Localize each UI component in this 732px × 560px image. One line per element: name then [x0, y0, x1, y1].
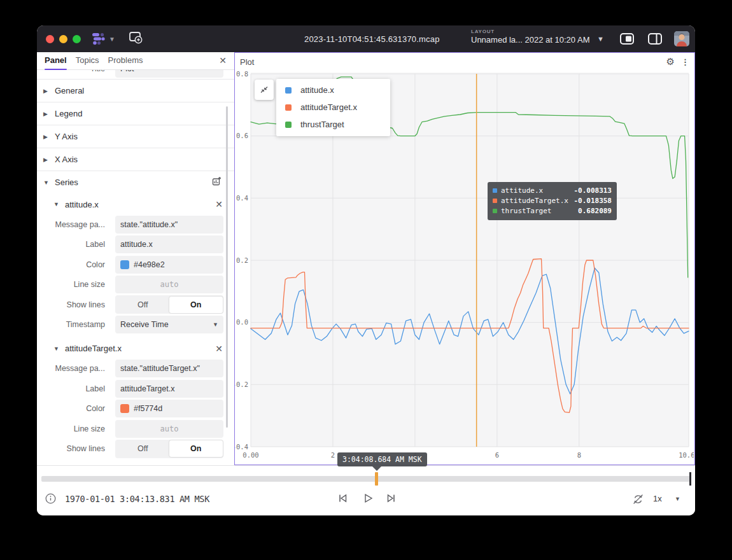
message-path-input[interactable]: state."attitudeTarget.x" [115, 360, 223, 377]
legend-item-attitude-x[interactable]: attitude.x [276, 81, 390, 99]
field-label: Color [37, 260, 111, 269]
legend-label: attitude.x [300, 85, 334, 95]
label-input[interactable]: attitudeTarget.x [115, 380, 223, 398]
user-avatar[interactable] [674, 31, 689, 46]
add-panel-button[interactable] [128, 31, 143, 47]
data-source-title[interactable]: 2023-11-10T04:51:45.631370.mcap [304, 25, 440, 52]
legend-item-thrust-target[interactable]: thrustTarget [276, 116, 390, 133]
legend-item-attitude-target-x[interactable]: attitudeTarget.x [276, 99, 390, 116]
play-button[interactable] [362, 492, 374, 507]
loop-playback-button[interactable] [631, 493, 645, 508]
sidebar-scrollbar[interactable] [226, 106, 228, 428]
layout-chevron-down-icon[interactable]: ▼ [597, 35, 604, 43]
playback-position-marker[interactable] [375, 472, 378, 486]
tooltip-row: attitude.x -0.008313 [493, 185, 612, 195]
playback-bar: 1970-01-01 3:04:13.831 AM MSK [37, 465, 695, 515]
playback-speed-value[interactable]: 1x [653, 494, 662, 503]
collapse-arrows-icon [259, 85, 269, 95]
close-window-button[interactable] [46, 35, 54, 43]
color-swatch[interactable] [120, 260, 129, 269]
line-size-input[interactable]: auto [115, 276, 223, 293]
plot-hover-tooltip: attitude.x -0.008313 attitudeTarget.x -0… [488, 182, 617, 220]
svg-text:-0.2: -0.2 [235, 381, 248, 388]
section-legend[interactable]: ▶ Legend [37, 102, 234, 125]
line-size-input[interactable]: auto [115, 420, 223, 438]
traffic-lights [46, 35, 81, 43]
minimize-window-button[interactable] [59, 35, 67, 43]
caret-right-icon: ▶ [43, 157, 52, 163]
tab-topics[interactable]: Topics [76, 55, 99, 66]
svg-text:0.2: 0.2 [236, 256, 248, 264]
series-attitude-target-x-header[interactable]: ▼ attitudeTarget.x ✕ [37, 338, 234, 360]
sidebar-tabbar: Panel Topics Problems ✕ [37, 52, 234, 70]
label-input[interactable]: attitude.x [115, 235, 223, 253]
toggle-left-sidebar-button[interactable] [619, 31, 635, 49]
section-legend-label: Legend [55, 109, 82, 118]
remove-series-icon[interactable]: ✕ [215, 199, 223, 209]
collapse-legend-button[interactable] [255, 80, 274, 100]
current-timestamp[interactable]: 1970-01-01 3:04:13.831 AM MSK [65, 494, 209, 504]
panel-settings-gear-icon[interactable]: ⚙ [666, 56, 675, 67]
caret-down-icon: ▼ [43, 179, 52, 186]
series-attitude-x-header[interactable]: ▼ attitude.x ✕ [37, 193, 234, 215]
seek-backward-button[interactable] [336, 492, 349, 507]
show-lines-on-button[interactable]: On [169, 440, 223, 457]
tooltip-row: attitudeTarget.x -0.018358 [493, 195, 612, 206]
title-field-input[interactable]: Plot [115, 70, 223, 78]
seek-forward-button[interactable] [385, 492, 398, 507]
section-series[interactable]: ▼ Series [37, 171, 234, 193]
field-label: Label [37, 384, 111, 393]
section-y-axis[interactable]: ▶ Y Axis [37, 125, 234, 148]
show-lines-toggle: Off On [115, 440, 223, 458]
add-series-button[interactable] [212, 176, 222, 188]
tooltip-swatch [493, 188, 497, 193]
speed-chevron-down-icon[interactable]: ▼ [675, 496, 680, 502]
show-lines-off-button[interactable]: Off [116, 297, 170, 313]
tooltip-arrow [372, 466, 381, 471]
field-label: Message pa... [37, 364, 111, 373]
playback-info-button[interactable] [45, 493, 56, 507]
toggle-right-sidebar-button[interactable] [647, 31, 663, 49]
field-timestamp: Timestamp Receive Time ▼ [37, 316, 234, 334]
info-icon [45, 493, 56, 504]
field-label: Line size [37, 424, 111, 433]
color-input[interactable]: #4e98e2 [115, 256, 223, 274]
series-name: attitudeTarget.x [65, 344, 122, 353]
field-label: Color [37, 404, 111, 413]
playback-scrubber[interactable] [41, 476, 691, 482]
zoom-window-button[interactable] [73, 35, 81, 43]
sidebar-close-icon[interactable]: ✕ [219, 55, 227, 66]
show-lines-on-button[interactable]: On [169, 297, 223, 313]
legend-swatch[interactable] [285, 87, 292, 94]
show-lines-off-button[interactable]: Off [116, 440, 170, 457]
svg-text:0.8: 0.8 [236, 70, 248, 78]
panel-menu-kebab-icon[interactable]: ⋮ [681, 57, 689, 67]
timestamp-select[interactable]: Receive Time ▼ [115, 316, 223, 333]
section-x-axis[interactable]: ▶ X Axis [37, 148, 234, 171]
remove-series-icon[interactable]: ✕ [215, 344, 223, 354]
legend-swatch[interactable] [285, 104, 292, 111]
svg-text:0.0: 0.0 [236, 318, 248, 326]
main-area: Panel Topics Problems ✕ Title Plot ▶ Gen… [37, 52, 695, 465]
foxglove-logo-icon [90, 31, 106, 47]
layout-menu-button[interactable]: LAYOUT Unnamed la... 2022 at 10:20 AM [471, 29, 598, 45]
avatar-image [674, 31, 689, 46]
tooltip-label: attitude.x [501, 186, 543, 195]
section-general[interactable]: ▶ General [37, 79, 234, 102]
line-size-value: auto [120, 424, 218, 433]
right-sidebar-icon [647, 31, 663, 46]
color-swatch[interactable] [120, 404, 129, 413]
app-menu-button[interactable]: ▼ [90, 31, 115, 47]
caret-down-icon: ▼ [53, 201, 62, 207]
scrubber-time-tooltip: 3:04:08.684 AM MSK [337, 452, 427, 466]
plot-panel-header[interactable]: Plot ⚙ ⋮ [235, 53, 694, 71]
caret-right-icon: ▶ [43, 88, 52, 94]
chevron-down-icon: ▼ [213, 321, 218, 328]
title-field-row: Title Plot [37, 70, 234, 79]
legend-swatch[interactable] [285, 122, 292, 128]
plot-panel[interactable]: Plot ⚙ ⋮ 0.80.60.40.20.0-0.2-0.40.002468… [234, 52, 695, 465]
tab-problems[interactable]: Problems [108, 55, 143, 66]
message-path-input[interactable]: state."attitude.x" [115, 216, 223, 234]
tab-panel[interactable]: Panel [45, 55, 67, 66]
color-input[interactable]: #f5774d [115, 400, 223, 417]
